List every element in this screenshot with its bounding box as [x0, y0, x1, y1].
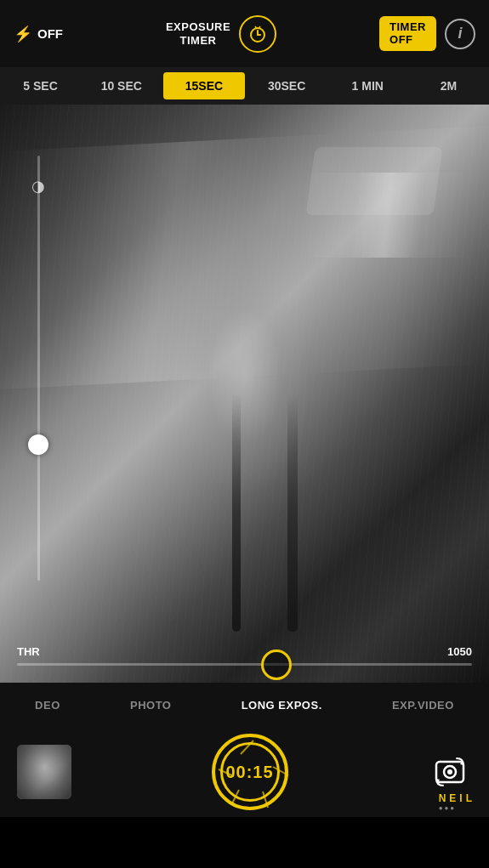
tab-15sec[interactable]: 15SEC [163, 72, 244, 99]
thr-track[interactable] [17, 663, 472, 666]
info-icon: i [458, 25, 462, 43]
flash-label: OFF [37, 26, 63, 41]
exposure-thumb[interactable] [28, 434, 48, 455]
clock-icon [247, 24, 268, 44]
mode-tabs: DEO PHOTO LONG EXPOS. EXP.VIDEO [0, 683, 489, 727]
tab-30sec[interactable]: 30SEC [247, 72, 327, 99]
photo-thumbnail[interactable] [17, 745, 71, 799]
rotate-camera-icon [431, 753, 469, 791]
flash-button[interactable]: ⚡ OFF [14, 25, 63, 43]
thr-label-row: THR 1050 [17, 645, 472, 658]
hair-left [232, 394, 241, 632]
hair-right [287, 394, 298, 632]
timer-off-badge[interactable]: TIMER OFF [379, 16, 436, 51]
timer-off-line1: TIMER [389, 21, 426, 33]
timer-off-line2: OFF [389, 34, 426, 46]
brightness-icon: ◑ [31, 177, 45, 196]
person-highlight [151, 275, 338, 615]
brand-watermark: NEIL ●●● [439, 792, 475, 812]
svg-point-12 [447, 769, 452, 774]
top-bar: ⚡ OFF EXPOSURE TIMER TIMER OFF i [0, 0, 489, 67]
thr-value: 1050 [447, 645, 472, 658]
flash-icon: ⚡ [14, 25, 32, 43]
shutter-button[interactable]: 00:15 [212, 734, 288, 810]
thr-label: THR [17, 645, 40, 658]
aperture-blades [215, 737, 292, 814]
tab-video[interactable]: DEO [26, 692, 69, 718]
tab-long-expos[interactable]: LONG EXPOS. [233, 692, 331, 718]
info-button[interactable]: i [445, 19, 475, 49]
svg-line-5 [241, 740, 253, 754]
tab-photo[interactable]: PHOTO [122, 692, 180, 718]
exposure-slider[interactable]: ◑ [26, 156, 51, 581]
timer-tabs: 5 SEC 10 SEC 15SEC 30SEC 1 MIN 2M [0, 67, 489, 105]
timer-icon[interactable] [239, 15, 276, 53]
camera-view: ◑ THR 1050 [0, 105, 489, 683]
tab-2m[interactable]: 2M [408, 72, 489, 99]
thumbnail-preview [17, 745, 71, 799]
rotate-camera-button[interactable] [428, 750, 472, 794]
tab-1min[interactable]: 1 MIN [327, 72, 408, 99]
tab-10sec[interactable]: 10 SEC [81, 72, 162, 99]
thr-slider-container: THR 1050 [0, 645, 489, 666]
svg-line-9 [219, 769, 234, 776]
tab-5sec[interactable]: 5 SEC [0, 72, 81, 99]
bottom-bar: 00:15 NEIL ●●● [0, 727, 489, 817]
svg-line-8 [232, 790, 239, 803]
svg-line-7 [263, 791, 268, 808]
svg-line-6 [273, 767, 288, 775]
tab-exp-video[interactable]: EXP.VIDEO [384, 692, 463, 718]
thr-thumb[interactable] [261, 650, 292, 680]
exposure-track: ◑ [37, 156, 40, 581]
exposure-timer-label: EXPOSURE TIMER [166, 20, 230, 47]
